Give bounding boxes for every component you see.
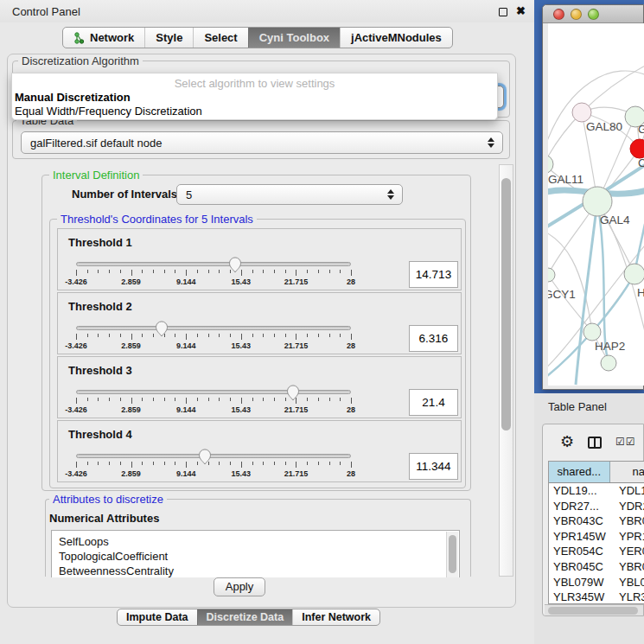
- slider-track[interactable]: [76, 262, 351, 266]
- network-node-green[interactable]: [548, 268, 555, 282]
- tick-mark: [208, 334, 209, 337]
- tick-mark: [186, 270, 187, 276]
- tick-mark: [329, 334, 330, 337]
- network-node-label: GAL80: [586, 120, 622, 133]
- network-node-green[interactable]: [583, 323, 601, 341]
- popup-menu-item[interactable]: Equal Width/Frequency Discretization: [15, 105, 202, 118]
- tick-mark: [197, 462, 198, 465]
- list-scrollbar-thumb[interactable]: [449, 535, 456, 573]
- network-node-green[interactable]: [601, 355, 616, 371]
- settings-scrollbar[interactable]: [499, 164, 513, 577]
- popup-menu-item[interactable]: Manual Discretization: [15, 91, 131, 104]
- combobox-spinner-icon: [488, 137, 494, 148]
- table-row[interactable]: YBR043CYBR0: [549, 513, 644, 529]
- tick-mark: [340, 462, 341, 465]
- num-intervals-label: Number of Intervals: [72, 188, 177, 201]
- network-window-titlebar[interactable]: [543, 5, 643, 23]
- tick-mark: [285, 398, 286, 401]
- tick-mark: [76, 398, 77, 404]
- network-canvas[interactable]: GAL80GACGAL11GAL4GCY1HHAP2: [548, 23, 644, 386]
- tick-label: 28: [347, 277, 355, 286]
- table-header-row: shared... na: [549, 462, 644, 483]
- tab-impute-data[interactable]: Impute Data: [118, 609, 197, 625]
- tick-mark: [208, 462, 209, 465]
- network-node-label: C: [638, 156, 644, 169]
- table-row[interactable]: YLR345WYLR3: [549, 590, 644, 604]
- threshold-value-field[interactable]: 14.713: [409, 261, 458, 288]
- column-layout-icon[interactable]: [588, 437, 602, 449]
- num-intervals-value: 5: [186, 188, 192, 201]
- slider-track[interactable]: [76, 454, 351, 458]
- tab-style[interactable]: Style: [144, 28, 193, 48]
- attribute-list-item[interactable]: SelfLoops: [52, 534, 459, 549]
- table-data-combobox[interactable]: galFiltered.sif default node: [21, 131, 503, 154]
- table-row[interactable]: YBL079WYBL0: [549, 575, 644, 590]
- select-columns-icon[interactable]: ☑☑: [615, 436, 636, 448]
- tick-mark: [175, 334, 175, 337]
- tick-mark: [230, 334, 231, 337]
- column-header-shared-name[interactable]: shared...: [549, 462, 610, 482]
- network-node-green[interactable]: [583, 187, 612, 216]
- network-nodes[interactable]: [548, 103, 644, 371]
- control-panel-tabs: NetworkStyleSelectCyni ToolboxjActiveMNo…: [62, 27, 453, 48]
- attribute-list-item[interactable]: BetweennessCentrality: [52, 564, 459, 577]
- list-scrollbar[interactable]: [446, 532, 458, 577]
- threshold-label: Threshold 2: [68, 300, 132, 313]
- tick-mark: [109, 462, 110, 465]
- slider-track[interactable]: [76, 326, 351, 330]
- table-row[interactable]: YPR145WYPR1: [549, 529, 644, 545]
- attribute-list-item[interactable]: TopologicalCoefficient: [52, 549, 459, 564]
- tick-mark: [208, 398, 209, 401]
- threshold-value-field[interactable]: 11.344: [409, 453, 458, 480]
- threshold-label: Threshold 3: [68, 364, 132, 377]
- network-node-pink[interactable]: [572, 103, 591, 122]
- numerical-attributes-list[interactable]: SelfLoopsTopologicalCoefficientBetweenne…: [51, 530, 460, 577]
- tick-mark: [120, 270, 121, 273]
- settings-scrollbar-thumb[interactable]: [501, 178, 511, 430]
- tab-discretize-data[interactable]: Discretize Data: [197, 609, 293, 625]
- float-window-icon[interactable]: [499, 8, 507, 16]
- table-row[interactable]: YDR27...YDR2: [549, 499, 644, 514]
- num-intervals-combobox[interactable]: 5: [176, 184, 403, 205]
- network-node-red[interactable]: [630, 139, 644, 158]
- tick-mark: [76, 334, 77, 340]
- tick-mark: [87, 462, 88, 465]
- zoom-traffic-light-icon[interactable]: [588, 9, 599, 20]
- tick-label: 2.859: [121, 341, 141, 350]
- tick-mark: [186, 462, 187, 468]
- table-cell-name: YDR2: [613, 499, 644, 514]
- table-horizontal-scrollbar-thumb[interactable]: [548, 607, 638, 615]
- cyni-bottom-tabs: Impute DataDiscretize DataInfer Network: [117, 609, 380, 626]
- table-horizontal-scrollbar[interactable]: [545, 604, 643, 615]
- tick-mark: [131, 270, 132, 276]
- tick-mark: [230, 270, 231, 273]
- column-header-name[interactable]: na: [610, 462, 644, 482]
- tab-cyni-toolbox[interactable]: Cyni Toolbox: [248, 28, 340, 48]
- close-traffic-light-icon[interactable]: [553, 9, 564, 20]
- threshold-value-field[interactable]: 6.316: [409, 325, 458, 352]
- tick-mark: [186, 334, 187, 340]
- threshold-value-field[interactable]: 21.4: [409, 389, 458, 416]
- table-cell-name: YBR0: [613, 513, 644, 529]
- tick-mark: [318, 462, 319, 465]
- tick-mark: [142, 398, 143, 401]
- table-row[interactable]: YBR045CYBR0: [549, 559, 644, 575]
- tab-network[interactable]: Network: [63, 28, 144, 48]
- slider-tick-labels: -3.4262.8599.14415.4321.71528: [76, 341, 351, 350]
- table-row[interactable]: YER054CYER0: [549, 544, 644, 559]
- network-node-green[interactable]: [624, 264, 644, 284]
- tab-jactivemnodules[interactable]: jActiveMNodules: [340, 28, 452, 48]
- slider-track[interactable]: [76, 390, 351, 394]
- apply-button[interactable]: Apply: [214, 577, 265, 596]
- network-window[interactable]: GAL80GACGAL11GAL4GCY1HHAP2: [542, 4, 644, 390]
- tab-infer-network[interactable]: Infer Network: [292, 609, 379, 625]
- tick-mark: [109, 270, 110, 273]
- network-node-green[interactable]: [548, 155, 553, 174]
- close-icon[interactable]: ✖: [516, 4, 526, 17]
- table-row[interactable]: YDL19...YDL1: [549, 483, 644, 499]
- minimize-traffic-light-icon[interactable]: [571, 9, 582, 20]
- tick-label: -3.426: [65, 405, 87, 414]
- gear-icon[interactable]: ⚙: [560, 432, 574, 451]
- tick-mark: [230, 462, 231, 465]
- tab-select[interactable]: Select: [193, 28, 247, 48]
